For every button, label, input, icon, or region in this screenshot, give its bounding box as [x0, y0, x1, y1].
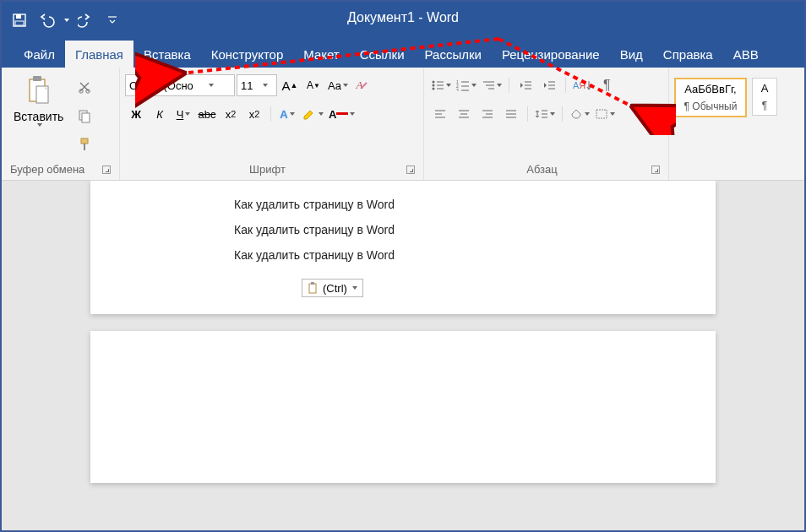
- align-left-button[interactable]: [429, 103, 451, 125]
- group-clipboard: Вставить Буфер обмена: [2, 68, 120, 180]
- doc-line[interactable]: Как удалить страницу в Word: [234, 198, 682, 211]
- window-title: Документ1 - Word: [234, 10, 572, 25]
- svg-rect-51: [311, 282, 314, 285]
- redo-icon[interactable]: [74, 9, 96, 31]
- tab-home[interactable]: Главная: [65, 41, 133, 68]
- font-name-combo[interactable]: [125, 74, 235, 96]
- document-area[interactable]: Как удалить страницу в Word Как удалить …: [2, 181, 804, 530]
- italic-button[interactable]: К: [149, 103, 171, 125]
- group-font-label: Шрифт: [249, 163, 286, 176]
- tab-references[interactable]: Ссылки: [350, 41, 415, 68]
- tab-help[interactable]: Справка: [653, 41, 723, 68]
- increase-font-button[interactable]: A▲: [279, 74, 301, 96]
- line-spacing-button[interactable]: [533, 103, 557, 125]
- tab-abb[interactable]: ABB: [723, 41, 769, 68]
- paragraph-launcher[interactable]: [651, 166, 660, 174]
- group-font: A▲ A▼ Aa A Ж К Ч abc x2 x2 A A Шрифт: [120, 68, 424, 180]
- paste-label: Вставить: [14, 110, 63, 123]
- doc-line[interactable]: Как удалить страницу в Word: [234, 248, 682, 262]
- copy-button[interactable]: [74, 105, 95, 127]
- svg-rect-1: [16, 14, 21, 19]
- align-right-button[interactable]: [477, 103, 498, 125]
- font-launcher[interactable]: [406, 166, 415, 174]
- title-bar: Документ1 - Word: [2, 2, 804, 39]
- font-color-button[interactable]: A: [327, 103, 357, 125]
- justify-button[interactable]: [500, 103, 522, 125]
- ribbon: Вставить Буфер обмена A▲ A▼ Aa A: [2, 68, 804, 181]
- paste-dropdown-icon: [37, 123, 42, 127]
- svg-text:3: 3: [456, 88, 459, 91]
- shading-button[interactable]: [568, 103, 591, 125]
- doc-line[interactable]: Как удалить страницу в Word: [234, 223, 682, 236]
- save-icon[interactable]: [8, 9, 30, 31]
- cut-button[interactable]: [74, 76, 95, 98]
- decrease-indent-button[interactable]: [515, 74, 536, 96]
- paste-button[interactable]: Вставить: [7, 71, 70, 130]
- tab-design[interactable]: Конструктор: [201, 41, 294, 68]
- quick-access-toolbar: [8, 9, 123, 31]
- paste-options-caret: [352, 286, 357, 290]
- svg-point-15: [433, 84, 435, 87]
- tab-mailings[interactable]: Рассылки: [415, 41, 492, 68]
- borders-button[interactable]: [593, 103, 617, 125]
- group-paragraph: 123 АЯ ¶ Абзац: [424, 68, 669, 180]
- svg-rect-5: [33, 76, 41, 81]
- multilevel-list-button[interactable]: [480, 74, 504, 96]
- paste-options-popup[interactable]: (Ctrl): [302, 279, 363, 297]
- ribbon-tabs: Файл Главная Вставка Конструктор Макет С…: [2, 39, 804, 68]
- group-clipboard-label: Буфер обмена: [10, 163, 84, 176]
- subscript-button[interactable]: x2: [220, 103, 242, 125]
- font-size-combo[interactable]: [237, 74, 277, 96]
- highlight-button[interactable]: [300, 103, 325, 125]
- text-effects-button[interactable]: A: [276, 103, 298, 125]
- undo-dropdown[interactable]: [64, 19, 69, 22]
- qat-customize-icon[interactable]: [101, 9, 123, 31]
- svg-rect-50: [309, 284, 316, 293]
- font-name-input[interactable]: [129, 79, 207, 92]
- style-normal[interactable]: АаБбВвГг, ¶ Обычный: [674, 78, 747, 117]
- svg-point-17: [433, 88, 435, 90]
- clipboard-launcher[interactable]: [102, 166, 111, 174]
- underline-button[interactable]: Ч: [172, 103, 194, 125]
- clear-formatting-button[interactable]: A: [351, 74, 373, 96]
- tab-file[interactable]: Файл: [14, 41, 65, 68]
- tab-review[interactable]: Рецензирование: [492, 41, 610, 68]
- page-2[interactable]: [90, 331, 716, 483]
- bold-button[interactable]: Ж: [125, 103, 147, 125]
- svg-rect-10: [82, 113, 90, 122]
- undo-icon[interactable]: [35, 9, 57, 31]
- tab-insert[interactable]: Вставка: [133, 41, 201, 68]
- svg-rect-49: [596, 110, 607, 118]
- strikethrough-button[interactable]: abc: [196, 103, 218, 125]
- sort-button[interactable]: АЯ: [571, 74, 594, 96]
- svg-rect-11: [81, 138, 88, 144]
- page-1[interactable]: Как удалить страницу в Word Как удалить …: [90, 181, 716, 314]
- superscript-button[interactable]: x2: [243, 103, 265, 125]
- tab-layout[interactable]: Макет: [293, 41, 349, 68]
- svg-point-13: [433, 81, 435, 84]
- bullets-button[interactable]: [429, 74, 453, 96]
- change-case-button[interactable]: Aa: [326, 74, 350, 96]
- show-marks-button[interactable]: ¶: [596, 74, 618, 96]
- font-size-input[interactable]: [241, 79, 261, 92]
- numbering-button[interactable]: 123: [455, 74, 478, 96]
- svg-rect-12: [84, 144, 85, 150]
- group-styles: АаБбВвГг, ¶ Обычный А ¶: [669, 68, 804, 180]
- style-next[interactable]: А ¶: [752, 78, 777, 116]
- increase-indent-button[interactable]: [538, 74, 560, 96]
- tab-view[interactable]: Вид: [610, 41, 653, 68]
- svg-rect-2: [15, 21, 24, 25]
- format-painter-button[interactable]: [74, 133, 95, 155]
- decrease-font-button[interactable]: A▼: [302, 74, 324, 96]
- align-center-button[interactable]: [453, 103, 475, 125]
- group-paragraph-label: Абзац: [526, 163, 557, 176]
